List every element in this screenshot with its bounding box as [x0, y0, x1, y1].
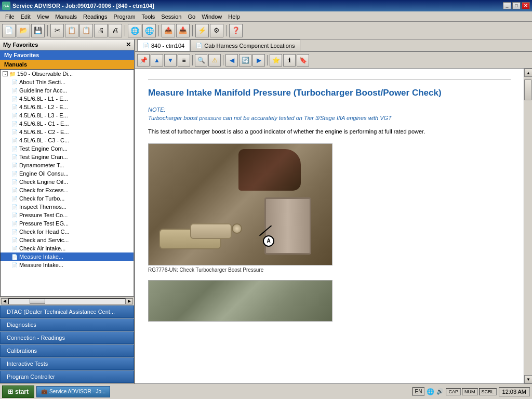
tree-item-18[interactable]: 📄 Pressure Test EG...: [1, 219, 134, 228]
tree-item-23[interactable]: 📄 Measure Intake...: [1, 261, 134, 269]
web-button[interactable]: 🌐: [128, 24, 141, 37]
tree-item-7[interactable]: 📄 4.5L/6.8L - C2 - E...: [1, 128, 134, 136]
panel-close-button[interactable]: ✕: [126, 41, 131, 48]
note-button[interactable]: 🔖: [297, 54, 309, 66]
minimize-button[interactable]: _: [503, 2, 511, 9]
menu-edit[interactable]: Edit: [18, 12, 34, 21]
info-button[interactable]: ℹ: [283, 54, 296, 66]
tab-cab-harness[interactable]: 📄 Cab Harness Component Locations: [190, 39, 300, 51]
h-scroll-thumb[interactable]: [30, 299, 45, 304]
menu-tools[interactable]: Tools: [139, 12, 158, 21]
menu-help[interactable]: Help: [225, 12, 243, 21]
taskbar-item-sa[interactable]: 💼 Service ADVISOR - Jo...: [36, 386, 110, 397]
help-toolbar-button[interactable]: ❓: [229, 24, 243, 37]
tree-item-14[interactable]: 📄 Check for Excess...: [1, 186, 134, 194]
scroll-track[interactable]: [524, 77, 532, 375]
menu-file[interactable]: File: [2, 12, 18, 21]
clock: 12:03 AM: [499, 387, 530, 396]
tree-item-19[interactable]: 📄 Check for Head C...: [1, 228, 134, 236]
scroll-down-button[interactable]: ▼: [524, 375, 532, 383]
menu-session[interactable]: Session: [158, 12, 184, 21]
copy-button[interactable]: 📋: [65, 24, 78, 37]
tree-item-11[interactable]: 📄 Dynamometer T...: [1, 161, 134, 169]
start-button[interactable]: ⊞ start: [2, 385, 34, 398]
menu-program[interactable]: Program: [110, 12, 138, 21]
print2-button[interactable]: 🖨: [109, 24, 122, 37]
tab-840-ctm104[interactable]: 📄 840 - ctm104: [137, 39, 190, 51]
tree-item-6[interactable]: 📄 4.5L/6.8L - C1 - E...: [1, 119, 134, 128]
tree-item-13[interactable]: 📄 Check Engine Oil...: [1, 178, 134, 186]
settings-button[interactable]: ⚙: [210, 24, 223, 37]
tree-item-2[interactable]: 📄 Guideline for Acc...: [1, 86, 134, 95]
open-button[interactable]: 📂: [17, 24, 30, 37]
tree-item-8[interactable]: 📄 4.5L/6.8L - C3 - C...: [1, 136, 134, 144]
menu-manuals[interactable]: Manuals: [52, 12, 80, 21]
web2-button[interactable]: 🌐: [142, 24, 156, 37]
tree-item-15[interactable]: 📄 Check for Turbo...: [1, 194, 134, 203]
tree-expand-0[interactable]: -: [3, 71, 8, 76]
nav-up-button[interactable]: ▲: [151, 54, 163, 66]
refresh-button[interactable]: 🔄: [239, 54, 251, 66]
tree-item-16[interactable]: 📄 Inspect Thermos...: [1, 203, 134, 211]
close-button[interactable]: ✕: [522, 2, 530, 9]
bookmark-button[interactable]: ⭐: [270, 54, 282, 66]
tree-item-17[interactable]: 📄 Pressure Test Co...: [1, 211, 134, 219]
tree-item-21[interactable]: 📄 Check Air Intake...: [1, 244, 134, 252]
scroll-thumb[interactable]: [524, 79, 531, 100]
tree-item-20[interactable]: 📄 Check and Servic...: [1, 236, 134, 244]
tree-item-4[interactable]: 📄 4.5L/6.8L - L2 - E...: [1, 103, 134, 111]
action-button[interactable]: ⚡: [195, 24, 209, 37]
tree-item-1[interactable]: 📄 About This Secti...: [1, 78, 134, 86]
new-button[interactable]: 📄: [2, 24, 16, 37]
menu-view[interactable]: View: [34, 12, 52, 21]
sidebar-item-connection-readings[interactable]: Connection - Readings: [0, 331, 134, 344]
tree-label-21: Check Air Intake...: [19, 245, 65, 251]
doc-icon-20: 📄: [11, 236, 18, 244]
pipe2-element: [190, 223, 232, 239]
network-icon: 🌐: [427, 388, 434, 395]
menu-readings[interactable]: Readings: [80, 12, 110, 21]
sidebar-item-program-controller[interactable]: Program Controller: [0, 370, 134, 383]
h-scrollbar[interactable]: [8, 298, 126, 304]
pin-button[interactable]: 📌: [137, 54, 150, 66]
tab-icon-0: 📄: [143, 43, 149, 48]
import-button[interactable]: 📥: [176, 24, 190, 37]
tree-item-0[interactable]: - 📁 150 - Observable Di...: [1, 70, 134, 78]
doc-icon-9: 📄: [11, 145, 18, 152]
menu-go[interactable]: Go: [184, 12, 198, 21]
tree-item-9[interactable]: 📄 Test Engine Com...: [1, 144, 134, 153]
doc-wrapper: Measure Intake Manifold Pressure (Turboc…: [135, 69, 532, 383]
manuals-header[interactable]: Manuals: [0, 60, 134, 69]
cut-button[interactable]: ✂: [50, 24, 64, 37]
paste-button[interactable]: 📋: [79, 24, 93, 37]
tree-item-5[interactable]: 📄 4.5L/6.8L - L3 - E...: [1, 111, 134, 119]
restore-button[interactable]: □: [512, 2, 521, 9]
back-button[interactable]: ◀: [225, 54, 238, 66]
scroll-up-button[interactable]: ▲: [524, 69, 532, 77]
export-button[interactable]: 📤: [162, 24, 175, 37]
warning-button[interactable]: ⚠: [208, 54, 221, 66]
sidebar-item-interactive-tests[interactable]: Interactive Tests: [0, 357, 134, 370]
doc-icon-8: 📄: [11, 137, 18, 144]
tree-label-14: Check for Excess...: [19, 187, 69, 193]
tree-item-12[interactable]: 📄 Engine Oil Consu...: [1, 169, 134, 178]
tree-label-0: 150 - Observable Di...: [17, 71, 73, 77]
sidebar-item-calibrations[interactable]: Calibrations: [0, 344, 134, 357]
tree-item-3[interactable]: 📄 4.5L/6.8L - L1 - E...: [1, 95, 134, 103]
save-button[interactable]: 💾: [31, 24, 45, 37]
nav-down-button[interactable]: ▼: [164, 54, 177, 66]
sidebar-item-dtac[interactable]: DTAC (Dealer Technical Assistance Cent..…: [0, 305, 134, 318]
sidebar-item-diagnostics[interactable]: Diagnostics: [0, 318, 134, 331]
search-content-button[interactable]: 🔍: [195, 54, 207, 66]
menu-window[interactable]: Window: [198, 12, 225, 21]
tree-label-12: Engine Oil Consu...: [19, 170, 69, 177]
forward-button[interactable]: ▶: [252, 54, 265, 66]
print-button[interactable]: 🖨: [94, 24, 108, 37]
tree-label-7: 4.5L/6.8L - C2 - E...: [19, 129, 69, 135]
list-button[interactable]: ≡: [178, 54, 190, 66]
tree-item-10[interactable]: 📄 Test Engine Cran...: [1, 153, 134, 161]
scroll-left-button[interactable]: ◀: [1, 298, 8, 304]
scroll-right-button[interactable]: ▶: [126, 298, 133, 304]
tree-item-22[interactable]: 📄 Measure Intake...: [1, 252, 134, 261]
tree-label-20: Check and Servic...: [19, 237, 69, 243]
